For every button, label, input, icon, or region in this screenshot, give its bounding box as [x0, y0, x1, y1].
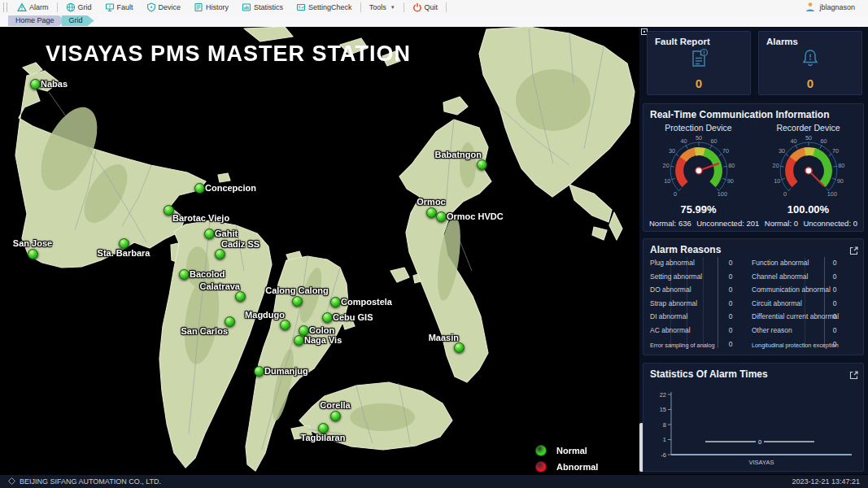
- alarm-reason-value: 0: [723, 272, 738, 281]
- alarm-reason-label: Channel abnormal: [752, 272, 808, 281]
- station-label: San Carlos: [181, 326, 228, 336]
- alarm-reason-value: 0: [827, 312, 842, 320]
- svg-text:0: 0: [674, 190, 677, 198]
- svg-text:100: 100: [827, 190, 836, 198]
- station-label: Dumanjug: [264, 366, 308, 376]
- toolbar-separator: [57, 2, 58, 12]
- station-marker-dumanjug[interactable]: [254, 366, 264, 377]
- alarm-reason-value: 0: [723, 312, 738, 320]
- svg-text:0: 0: [758, 438, 761, 446]
- svg-text:70: 70: [722, 147, 728, 155]
- station-label: Nabas: [41, 79, 68, 89]
- unconnected-count: Unconnected: 0: [803, 219, 857, 228]
- station-label: Concepcion: [205, 183, 256, 193]
- svg-text:40: 40: [680, 137, 687, 145]
- station-marker-san-jose[interactable]: [28, 249, 38, 259]
- svg-text:22: 22: [660, 391, 666, 399]
- dashboard-panel: Fault Report 0 Alarms 0 Real-Time Commun…: [639, 27, 868, 474]
- toolbar-drag-handle[interactable]: [3, 2, 7, 12]
- alarm-statistics-panel: Statistics Of Alarm Times 221581-60VISAY…: [643, 363, 864, 472]
- protection-device-gauge: 0102030405060708090100: [643, 133, 753, 205]
- toolbar-label: Statistics: [254, 3, 283, 11]
- tools-label: Tools: [369, 3, 386, 11]
- svg-text:VISAYAS: VISAYAS: [749, 459, 774, 466]
- alarm-reason-value: 0: [827, 285, 842, 294]
- alarm-reason-value: 0: [723, 326, 738, 334]
- expand-icon[interactable]: [849, 244, 858, 253]
- station-marker-corella[interactable]: [330, 411, 341, 421]
- abnormal-dot-icon: [535, 461, 547, 473]
- station-marker-compostela[interactable]: [330, 297, 341, 307]
- user-menu[interactable]: jblagnason: [805, 2, 868, 14]
- main-toolbar: AlarmGridFaultDeviceHistoryStatisticsSet…: [0, 0, 868, 15]
- svg-text:-6: -6: [661, 451, 666, 459]
- station-marker-babatngon[interactable]: [477, 159, 487, 170]
- settingcheck-button[interactable]: SettingCheck: [290, 0, 359, 15]
- shield-icon: [146, 2, 156, 12]
- quit-button[interactable]: Quit: [406, 0, 445, 15]
- station-label: Sta. Barbara: [98, 248, 150, 258]
- fault-report-card[interactable]: Fault Report 0: [647, 31, 751, 95]
- tab-home-page[interactable]: Home Page: [8, 15, 66, 26]
- alarm-reason-label: Function abnormal: [752, 259, 809, 267]
- alarm-reason-value: 0: [827, 272, 842, 281]
- svg-text:60: 60: [820, 137, 827, 145]
- alarm-reason-label: Longitudinal protection exception: [752, 342, 839, 349]
- station-marker-calatrava[interactable]: [235, 291, 246, 302]
- username: jblagnason: [819, 3, 855, 11]
- alarm-reason-row: Strap abnormal0Circuit abnormal0: [643, 298, 863, 311]
- station-label: Cadiz SS: [221, 239, 260, 249]
- alarm-reason-row: DO abnormal0Communication abnormal0: [643, 284, 863, 297]
- station-marker-calong-calong[interactable]: [292, 296, 303, 307]
- svg-text:8: 8: [663, 421, 666, 429]
- power-icon: [412, 2, 422, 12]
- alarms-count: 0: [759, 76, 861, 90]
- station-marker-bacolod[interactable]: [179, 269, 190, 280]
- alarm-button[interactable]: Alarm: [11, 0, 55, 15]
- expand-icon[interactable]: [849, 368, 858, 377]
- tools-menu-button[interactable]: Tools ▼: [363, 0, 402, 15]
- fault-button[interactable]: Fault: [98, 0, 140, 15]
- fault-report-title: Fault Report: [655, 37, 710, 46]
- station-marker-cadiz-ss[interactable]: [215, 249, 225, 259]
- svg-text:70: 70: [831, 147, 838, 155]
- recorder-device-value: 100.00%: [753, 203, 863, 216]
- station-marker-ormoc-hvdc[interactable]: [436, 211, 447, 222]
- quit-label: Quit: [425, 3, 438, 11]
- station-label: Ormoc: [417, 197, 445, 207]
- svg-text:0: 0: [783, 190, 787, 198]
- station-label: Naga Vis: [304, 335, 342, 345]
- station-marker-magdugo[interactable]: [280, 320, 290, 330]
- normal-count: Normal: 636: [649, 219, 691, 228]
- statistics-button[interactable]: Statistics: [235, 0, 290, 15]
- tab-grid[interactable]: Grid: [62, 15, 94, 26]
- communication-title: Real-Time Communication Information: [650, 109, 829, 120]
- station-label: Cebu GIS: [333, 312, 373, 322]
- alarm-reason-row: AC abnormal0Other reason0: [643, 325, 863, 338]
- alarm-reasons-list: Plug abnormal0Function abnormal0Setting …: [643, 255, 863, 351]
- normal-dot-icon: [535, 445, 547, 456]
- map-title: VISAYAS PMS MASTER STATION: [46, 41, 411, 67]
- station-marker-nabas[interactable]: [30, 79, 41, 89]
- toolbar-label: SettingCheck: [308, 3, 352, 11]
- alarm-reason-label: Setting abnormal: [650, 272, 702, 281]
- history-button[interactable]: History: [187, 0, 235, 15]
- recorder-device-label: Recorder Device: [753, 123, 863, 133]
- svg-text:90: 90: [836, 177, 843, 185]
- station-marker-gahit[interactable]: [204, 229, 215, 239]
- alarm-statistics-title: Statistics Of Alarm Times: [650, 368, 768, 380]
- device-button[interactable]: Device: [140, 0, 188, 15]
- station-marker-maasin[interactable]: [454, 342, 465, 353]
- station-marker-concepcion[interactable]: [194, 183, 205, 194]
- station-marker-cebu-gis[interactable]: [322, 312, 333, 323]
- alarms-title: Alarms: [766, 37, 798, 46]
- alarm-reason-label: Circuit abnormal: [752, 299, 802, 307]
- grid-button[interactable]: Grid: [59, 0, 98, 15]
- svg-text:90: 90: [726, 177, 733, 185]
- fault-report-count: 0: [648, 76, 750, 90]
- toolbar-label: History: [206, 3, 229, 11]
- normal-count: Normal: 0: [765, 219, 798, 228]
- clock: 2023-12-21 13:47:21: [792, 477, 860, 486]
- station-marker-naga-vis[interactable]: [294, 335, 304, 346]
- alarms-card[interactable]: Alarms 0: [758, 31, 862, 95]
